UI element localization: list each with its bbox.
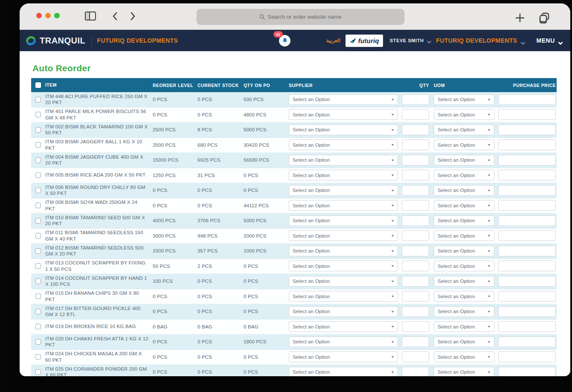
company-selector[interactable]: FUTURIQ DEVELOPMENTS xyxy=(436,37,525,44)
uom-select[interactable]: Select an Option ▼ xyxy=(434,125,494,135)
row-checkbox[interactable] xyxy=(35,339,41,345)
uom-select[interactable]: Select an Option ▼ xyxy=(434,291,494,302)
supplier-select[interactable]: Select an Option ▼ xyxy=(289,306,398,317)
purchase-price-input[interactable] xyxy=(498,261,556,271)
uom-select[interactable]: Select an Option ▼ xyxy=(434,185,494,196)
qty-input[interactable] xyxy=(402,291,429,302)
row-checkbox[interactable] xyxy=(35,97,41,102)
supplier-select[interactable]: Select an Option ▼ xyxy=(289,215,398,226)
purchase-price-input[interactable] xyxy=(498,200,556,211)
uom-select[interactable]: Select an Option ▼ xyxy=(434,170,494,180)
uom-select[interactable]: Select an Option ▼ xyxy=(434,200,494,211)
uom-select[interactable]: Select an Option ▼ xyxy=(434,246,494,256)
menu-button[interactable]: MENU xyxy=(536,37,563,44)
row-checkbox[interactable] xyxy=(35,218,41,224)
row-checkbox[interactable] xyxy=(35,324,41,329)
sidebar-toggle-icon[interactable] xyxy=(85,12,96,20)
supplier-select[interactable]: Select an Option ▼ xyxy=(289,351,398,362)
supplier-select[interactable]: Select an Option ▼ xyxy=(289,94,398,105)
purchase-price-input[interactable] xyxy=(498,337,556,347)
qty-input[interactable] xyxy=(402,155,429,166)
qty-input[interactable] xyxy=(402,321,429,332)
qty-input[interactable] xyxy=(402,215,429,226)
row-checkbox[interactable] xyxy=(35,127,41,133)
row-checkbox[interactable] xyxy=(35,248,41,254)
qty-input[interactable] xyxy=(402,367,429,376)
qty-input[interactable] xyxy=(402,170,429,180)
back-button[interactable] xyxy=(111,12,119,21)
row-checkbox[interactable] xyxy=(35,293,41,299)
purchase-price-input[interactable] xyxy=(498,155,556,166)
supplier-select[interactable]: Select an Option ▼ xyxy=(289,261,398,271)
futuriq-logo[interactable]: futuriq xyxy=(346,35,383,47)
qty-input[interactable] xyxy=(402,246,429,256)
supplier-select[interactable]: Select an Option ▼ xyxy=(289,230,398,241)
supplier-select[interactable]: Select an Option ▼ xyxy=(289,125,398,135)
qty-input[interactable] xyxy=(402,337,429,347)
purchase-price-input[interactable] xyxy=(498,291,556,302)
purchase-price-input[interactable] xyxy=(498,306,556,317)
supplier-select[interactable]: Select an Option ▼ xyxy=(289,185,398,196)
qty-input[interactable] xyxy=(402,351,429,362)
supplier-select[interactable]: Select an Option ▼ xyxy=(289,367,398,376)
row-checkbox[interactable] xyxy=(35,233,41,238)
purchase-price-input[interactable] xyxy=(498,170,556,180)
row-checkbox[interactable] xyxy=(35,112,41,117)
qty-input[interactable] xyxy=(402,200,429,211)
supplier-select[interactable]: Select an Option ▼ xyxy=(289,246,398,256)
purchase-price-input[interactable] xyxy=(498,230,556,241)
uom-select[interactable]: Select an Option ▼ xyxy=(434,230,494,241)
minimize-window-button[interactable] xyxy=(45,13,51,18)
purchase-price-input[interactable] xyxy=(498,94,556,105)
row-checkbox[interactable] xyxy=(35,309,41,314)
supplier-select[interactable]: Select an Option ▼ xyxy=(289,170,398,180)
uom-select[interactable]: Select an Option ▼ xyxy=(434,351,494,362)
purchase-price-input[interactable] xyxy=(498,351,556,362)
uom-select[interactable]: Select an Option ▼ xyxy=(434,215,494,226)
purchase-price-input[interactable] xyxy=(498,215,556,226)
supplier-select[interactable]: Select an Option ▼ xyxy=(289,321,398,332)
qty-input[interactable] xyxy=(402,276,429,287)
select-all-checkbox[interactable] xyxy=(35,82,41,88)
qty-input[interactable] xyxy=(402,230,429,241)
row-checkbox[interactable] xyxy=(35,157,41,163)
row-checkbox[interactable] xyxy=(35,354,41,360)
uom-select[interactable]: Select an Option ▼ xyxy=(434,139,494,150)
row-checkbox[interactable] xyxy=(35,203,41,208)
uom-select[interactable]: Select an Option ▼ xyxy=(434,155,494,166)
uom-select[interactable]: Select an Option ▼ xyxy=(434,109,494,120)
uom-select[interactable]: Select an Option ▼ xyxy=(434,306,494,317)
purchase-price-input[interactable] xyxy=(498,185,556,196)
notifications-button[interactable]: 31 xyxy=(279,35,290,46)
uom-select[interactable]: Select an Option ▼ xyxy=(434,367,494,376)
language-switch-link[interactable]: العربية xyxy=(326,38,340,44)
forward-button[interactable] xyxy=(129,12,136,21)
tab-overview-button[interactable] xyxy=(538,12,550,23)
purchase-price-input[interactable] xyxy=(498,109,556,120)
qty-input[interactable] xyxy=(402,109,429,120)
uom-select[interactable]: Select an Option ▼ xyxy=(434,321,494,332)
supplier-select[interactable]: Select an Option ▼ xyxy=(289,276,398,287)
row-checkbox[interactable] xyxy=(35,142,41,148)
qty-input[interactable] xyxy=(402,139,429,150)
qty-input[interactable] xyxy=(402,261,429,271)
purchase-price-input[interactable] xyxy=(498,139,556,150)
supplier-select[interactable]: Select an Option ▼ xyxy=(289,337,398,347)
address-search-bar[interactable]: Search or enter website name xyxy=(197,9,404,25)
new-tab-button[interactable] xyxy=(514,12,526,23)
row-checkbox[interactable] xyxy=(35,369,41,375)
supplier-select[interactable]: Select an Option ▼ xyxy=(289,109,398,120)
supplier-select[interactable]: Select an Option ▼ xyxy=(289,291,398,302)
user-menu[interactable]: STEVE SMITH xyxy=(390,38,431,43)
supplier-select[interactable]: Select an Option ▼ xyxy=(289,200,398,211)
purchase-price-input[interactable] xyxy=(498,276,556,287)
qty-input[interactable] xyxy=(402,125,429,135)
supplier-select[interactable]: Select an Option ▼ xyxy=(289,155,398,166)
close-window-button[interactable] xyxy=(36,13,42,18)
uom-select[interactable]: Select an Option ▼ xyxy=(434,94,494,105)
row-checkbox[interactable] xyxy=(35,172,41,178)
purchase-price-input[interactable] xyxy=(498,125,556,135)
tranquil-brand[interactable]: TRANQUIL xyxy=(25,35,85,46)
uom-select[interactable]: Select an Option ▼ xyxy=(434,276,494,287)
supplier-select[interactable]: Select an Option ▼ xyxy=(289,139,398,150)
